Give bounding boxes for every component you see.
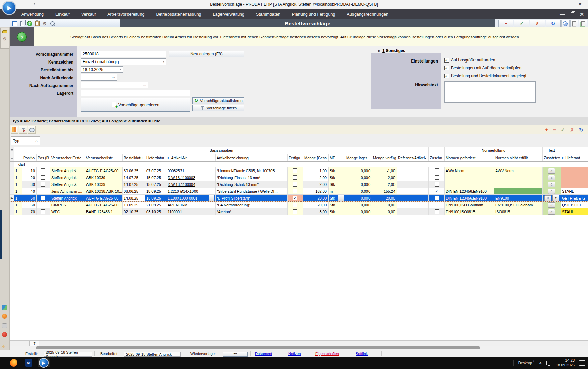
taskbar-clock[interactable]: 14:23 18.09.2025 [556,358,575,367]
cell-artikel[interactable]: 1100001 [166,208,216,215]
artikel-link[interactable]: ART NORM [168,203,187,207]
cell-lieferant[interactable]: STAHL [561,208,588,215]
cell-normNicht[interactable] [494,181,543,188]
group-by-typ[interactable]: Typ △ [11,136,40,145]
cell-typ[interactable]: 1 [14,208,22,215]
cell-lieferant[interactable]: QSF B LIEF [561,202,588,208]
filter-remove-icon[interactable] [19,126,27,134]
checkbox-icon[interactable] [41,189,45,193]
column-header-liefer[interactable]: Lieferdatur [145,154,166,161]
copy-icon[interactable] [19,20,25,27]
cell-verursacher[interactable]: Steffen Angrick [50,195,85,201]
wiedervorlage-button[interactable]: ** [223,352,248,357]
cell-artikel[interactable]: ART NORM [166,202,216,208]
checkbox-icon[interactable] [41,175,45,180]
notizen-link[interactable]: Notizen [288,352,301,356]
clipboard-icon[interactable] [34,20,40,27]
artikel-link[interactable]: D.W.13.1100003 [168,176,195,180]
cell-me[interactable]: Stk [329,167,345,174]
column-header-menge[interactable]: Menge [Gesa [303,154,329,161]
cell-zusatz[interactable]: a [543,181,561,188]
cell-liste[interactable]: BANF 123456 1 [85,208,123,215]
cell-verursacher[interactable]: WEC [50,208,85,215]
cell-typ[interactable]: 1 [14,167,22,174]
zusatztext-button[interactable]: a [544,195,551,201]
checkbox-losgroesse[interactable]: ✓ Auf Losgröße aufrunden [444,58,495,63]
cell-normGef[interactable] [445,174,494,181]
cell-zusatz[interactable]: a [543,202,561,208]
panel-icon[interactable] [2,323,7,328]
checkbox-icon[interactable] [293,168,297,173]
cell-typ[interactable]: 1 [14,202,22,208]
menu-arbeitsvorbereitung[interactable]: Arbeitsvorbereitung [107,12,144,17]
column-header-typ[interactable] [14,154,22,161]
cell-bestell[interactable]: 30.06.25 [123,167,145,174]
eigenschaften-link[interactable]: Eigenschaften [315,352,339,356]
cell-bez[interactable]: *Hommel-Etamic C505, Nr 100705... [216,167,288,174]
menu-anwendung[interactable]: Anwendung [21,12,44,17]
cell-verfuegbar[interactable]: -1,00 [372,167,397,174]
cell-referenz[interactable] [397,195,429,201]
auftragsnummer-input[interactable] [81,83,143,88]
ellipsis-icon[interactable]: ⋯ [143,83,148,87]
column-header-verfuegbar[interactable]: Menge verfüg [372,154,397,161]
zusatztext-button[interactable]: a [548,209,555,215]
cell-referenz[interactable] [397,188,429,194]
cell-verfuegbar[interactable]: -2,00 [372,181,397,188]
checkbox-icon[interactable] [435,209,439,214]
catalog-icon[interactable] [570,20,578,27]
cell-lagernd[interactable]: 0,000 [345,181,372,188]
menu-einkauf[interactable]: Einkauf [55,12,70,17]
cell-bestell[interactable]: 14.07.25 [123,181,145,188]
cell-zusatz[interactable]: a [543,174,561,181]
cell-normNicht[interactable]: ISO0815 [494,208,543,215]
binoculars-icon[interactable] [28,126,36,134]
cell-normNicht[interactable]: EN9100,ISO Goldham... [494,202,543,208]
lagerort-field[interactable]: ⋯ [81,90,190,96]
cell-artikel[interactable]: D.W.13.1100004 [166,181,216,188]
menu-planung-und-fertigung[interactable]: Planung und Fertigung [292,12,335,17]
checkbox-icon[interactable] [435,182,439,187]
lieferant-link[interactable]: QSF B LIEF [562,203,582,207]
firefox-icon[interactable] [8,358,20,367]
quick-access-chevron-icon[interactable]: ▾ [34,2,35,5]
cell-menge[interactable]: 20,00 [303,195,329,201]
cell-posB[interactable] [37,174,50,181]
gear-icon[interactable]: ⚙ [1,36,9,41]
cell-position[interactable]: 60 [22,202,37,208]
zusatztext-button[interactable]: a [548,189,555,194]
cell-fertig[interactable] [288,167,303,174]
cell-zuschn[interactable] [429,195,445,201]
ellipsis-button[interactable]: … [338,195,344,201]
checkbox-icon[interactable] [435,196,439,200]
cell-normGef[interactable]: DIN EN 123456,EN9100 [445,195,494,201]
cell-normGef[interactable]: EN9100,ISO0815 [445,208,494,215]
checkbox-verknuepfen[interactable]: ✓ Bestellungen mit Aufträgen verknüpfen [444,66,521,70]
close-button[interactable]: × [572,0,588,9]
auftragsnummer-field[interactable]: ⋯ [81,82,148,88]
cell-me[interactable]: Stk [329,208,345,215]
cell-position[interactable]: 20 [22,174,37,181]
cell-verursacher[interactable]: Steffen Angrick [50,167,85,174]
checkbox-icon[interactable] [293,182,297,187]
cell-posB[interactable] [37,202,50,208]
column-header-bez[interactable]: Artikelbezeichnung [216,154,288,161]
checkbox-icon[interactable] [41,196,45,200]
cell-normGef[interactable]: DIN EN 123456,EN9100 [445,188,494,194]
cell-artikel[interactable]: 1.2210 Ø14X1000 [166,188,216,194]
cell-zuschn[interactable] [429,167,445,174]
cell-liefer[interactable]: 21.09.25 [145,202,166,208]
artikel-link[interactable]: L.100X1000-0001 [168,196,197,200]
cell-zusatz[interactable]: a [543,208,561,215]
cell-zuschn[interactable] [429,202,445,208]
cell-typ[interactable]: 1 [14,174,22,181]
cell-liste[interactable]: ABK 10038;ABK 10... [85,188,123,194]
dokument-link[interactable]: Dokument [255,352,272,356]
cell-lieferant[interactable] [561,181,588,188]
cell-me[interactable]: Stk [329,202,345,208]
cell-menge[interactable]: 2,00 [303,174,329,181]
cell-liste[interactable]: AUFTG E AG25-00... [85,195,123,201]
cell-artikel[interactable]: D.W.13.1100003 [166,174,216,181]
cell-normNicht[interactable]: EN9100 [494,195,543,201]
cell-zusatz[interactable]: a [543,188,561,194]
